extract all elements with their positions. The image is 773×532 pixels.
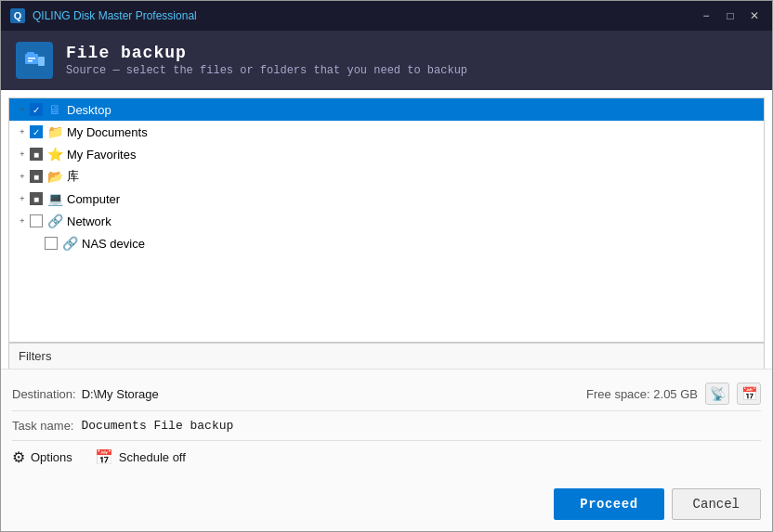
schedule-icon: 📅 [95, 448, 113, 466]
tree-item-my-documents[interactable]: + ✓ 📁 My Documents [9, 121, 764, 143]
file-tree[interactable]: + ✓ 🖥 Desktop + ✓ 📁 My Documents + ■ ⭐ M… [8, 97, 765, 343]
destination-label: Destination: [12, 387, 76, 401]
options-row: ⚙ Options 📅 Schedule off [12, 441, 761, 474]
folder-computer-icon: 💻 [46, 191, 63, 206]
app-icon: Q [8, 6, 27, 25]
checkbox-network[interactable] [30, 214, 43, 227]
label-my-documents: My Documents [67, 125, 148, 139]
expand-nas[interactable] [30, 236, 45, 251]
bottom-section: Destination: D:\My Storage Free space: 2… [1, 369, 772, 481]
options-button[interactable]: ⚙ Options [12, 448, 72, 466]
checkbox-ku[interactable]: ■ [30, 170, 43, 183]
checkbox-my-favorites[interactable]: ■ [30, 148, 43, 161]
destination-row: Destination: D:\My Storage Free space: 2… [12, 377, 761, 411]
svg-rect-5 [28, 58, 35, 59]
header-text: File backup Source — select the files or… [66, 44, 467, 77]
nas-icon: 🔗 [61, 236, 78, 251]
proceed-button[interactable]: Proceed [554, 488, 663, 520]
tree-item-nas[interactable]: 🔗 NAS device [9, 232, 764, 254]
header-icon [16, 42, 53, 79]
filters-bar[interactable]: Filters [8, 343, 765, 369]
tree-item-computer[interactable]: + ■ 💻 Computer [9, 188, 764, 210]
destination-value: D:\My Storage [82, 387, 159, 401]
label-my-favorites: My Favorites [67, 148, 136, 162]
header-title: File backup [66, 44, 467, 62]
label-desktop: Desktop [67, 103, 111, 117]
maximize-button[interactable]: □ [720, 6, 740, 26]
task-name-value: Documents File backup [81, 419, 233, 433]
destination-left: Destination: D:\My Storage [12, 387, 159, 401]
expand-network[interactable]: + [15, 214, 30, 228]
calendar-icon: 📅 [741, 386, 757, 401]
label-ku: 库 [67, 168, 79, 185]
expand-computer[interactable]: + [15, 191, 30, 206]
expand-desktop[interactable]: + [15, 102, 30, 117]
calendar-button[interactable]: 📅 [737, 383, 761, 405]
svg-text:Q: Q [14, 10, 22, 21]
checkbox-nas[interactable] [45, 237, 58, 250]
checkbox-computer[interactable]: ■ [30, 192, 43, 205]
tree-item-my-favorites[interactable]: + ■ ⭐ My Favorites [9, 143, 764, 165]
folder-desktop-icon: 🖥 [46, 102, 63, 117]
expand-my-documents[interactable]: + [15, 124, 30, 139]
svg-rect-3 [27, 52, 34, 55]
tree-item-ku[interactable]: + ■ 📂 库 [9, 165, 764, 188]
title-bar: Q QILING Disk Master Professional − □ ✕ [1, 1, 772, 31]
free-space-text: Free space: 2.05 GB [586, 387, 698, 401]
svg-rect-4 [38, 57, 45, 66]
label-nas: NAS device [82, 237, 145, 251]
footer-buttons: Proceed Cancel [1, 481, 772, 531]
browse-icon: 📡 [710, 386, 726, 401]
filters-label: Filters [19, 349, 51, 363]
options-label: Options [31, 450, 72, 464]
window-controls: − □ ✕ [696, 6, 765, 26]
network-icon: 🔗 [46, 214, 63, 228]
folder-mydocs-icon: 📁 [46, 124, 63, 139]
header: File backup Source — select the files or… [1, 31, 772, 90]
task-name-row: Task name: Documents File backup [12, 411, 761, 441]
expand-ku[interactable]: + [15, 169, 30, 184]
main-content: + ✓ 🖥 Desktop + ✓ 📁 My Documents + ■ ⭐ M… [1, 90, 772, 531]
title-bar-text: QILING Disk Master Professional [33, 9, 696, 22]
checkbox-desktop[interactable]: ✓ [30, 103, 43, 116]
label-computer: Computer [67, 192, 120, 206]
main-window: Q QILING Disk Master Professional − □ ✕ … [0, 0, 773, 532]
expand-my-favorites[interactable]: + [15, 147, 30, 162]
tree-item-desktop[interactable]: + ✓ 🖥 Desktop [9, 98, 764, 121]
cancel-button[interactable]: Cancel [672, 488, 761, 520]
header-subtitle: Source — select the files or folders tha… [66, 64, 467, 77]
close-button[interactable]: ✕ [744, 6, 765, 26]
schedule-button[interactable]: 📅 Schedule off [95, 448, 186, 466]
folder-ku-icon: 📂 [46, 169, 63, 184]
folder-favorites-icon: ⭐ [46, 147, 63, 162]
svg-rect-6 [28, 60, 33, 62]
task-name-label: Task name: [12, 419, 73, 433]
minimize-button[interactable]: − [696, 6, 716, 26]
schedule-label: Schedule off [119, 450, 186, 464]
label-network: Network [67, 214, 111, 228]
tree-item-network[interactable]: + 🔗 Network [9, 210, 764, 232]
options-icon: ⚙ [12, 448, 25, 466]
browse-destination-button[interactable]: 📡 [705, 383, 729, 405]
checkbox-my-documents[interactable]: ✓ [30, 125, 43, 138]
destination-right: Free space: 2.05 GB 📡 📅 [586, 383, 761, 405]
